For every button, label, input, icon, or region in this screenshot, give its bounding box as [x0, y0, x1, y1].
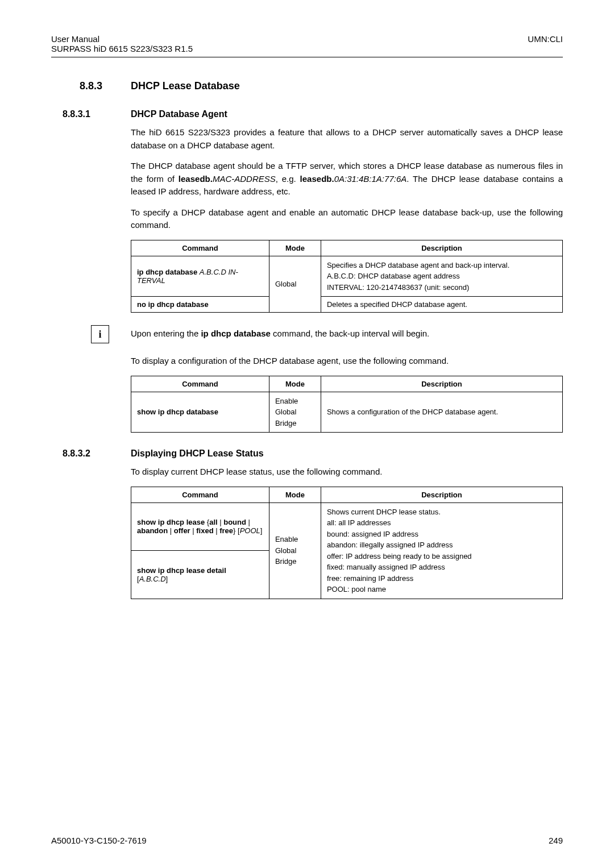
- paragraph: To display a configuration of the DHCP d…: [131, 355, 563, 368]
- text-bold: leasedb.: [300, 174, 334, 184]
- header-right: UMN:CLI: [528, 34, 563, 53]
- paragraph: The hiD 6615 S223/S323 provides a featur…: [131, 126, 563, 152]
- cmd-text: show ip dhcp lease detail: [137, 566, 226, 575]
- desc-line: Shows current DHCP lease status.: [327, 506, 557, 518]
- command-table-3: Command Mode Description show ip dhcp le…: [131, 487, 563, 599]
- desc-line: abandon: illegally assigned IP address: [327, 539, 557, 551]
- cmd-opt: fixed: [196, 526, 213, 535]
- mode-line: Global: [275, 406, 315, 418]
- paragraph: To specify a DHCP database agent and ena…: [131, 206, 563, 232]
- table-row: show ip dhcp lease {all | bound | abando…: [131, 502, 563, 551]
- info-text: Upon entering the ip dhcp database comma…: [131, 325, 429, 340]
- col-description: Description: [321, 487, 562, 502]
- desc-line: bound: assigned IP address: [327, 529, 557, 540]
- cmd-opt: offer: [174, 526, 190, 535]
- cmd-text: ip dhcp database: [137, 268, 200, 276]
- table-row: ip dhcp database A.B.C.D IN-TERVAL Globa…: [131, 256, 563, 297]
- desc-line: fixed: manually assigned IP address: [327, 562, 557, 573]
- section-number: 8.8.3: [51, 80, 131, 92]
- cmd-sep: |: [214, 526, 220, 535]
- cmd-opt: free: [219, 526, 233, 535]
- cmd-opt: all: [209, 518, 217, 526]
- text-italic: MAC-ADDRESS: [213, 174, 276, 184]
- cell-description: Shows a configuration of the DHCP databa…: [321, 392, 562, 433]
- footer-doc-id: A50010-Y3-C150-2-7619: [51, 836, 147, 845]
- col-mode: Mode: [269, 240, 321, 256]
- page-header: User Manual SURPASS hiD 6615 S223/S323 R…: [51, 34, 563, 53]
- cell-command: show ip dhcp lease {all | bound | abando…: [131, 502, 269, 551]
- desc-line: Specifies a DHCP database agent and back…: [327, 260, 557, 271]
- cell-description: Deletes a specified DHCP database agent.: [321, 297, 562, 313]
- text-bold: ip dhcp database: [201, 329, 271, 338]
- subsection-title-1: DHCP Database Agent: [131, 109, 227, 119]
- cmd-text: show ip dhcp lease: [137, 518, 207, 526]
- mode-line: Enable: [275, 396, 315, 407]
- mode-line: Enable: [275, 534, 315, 545]
- subsection-heading-1: 8.8.3.1 DHCP Database Agent: [51, 109, 563, 119]
- mode-line: Bridge: [275, 556, 315, 567]
- desc-line: POOL: pool name: [327, 584, 557, 595]
- text-run: command, the back-up interval will begin…: [271, 329, 429, 338]
- cmd-opt: abandon: [137, 526, 168, 535]
- subsection-number-2: 8.8.3.2: [51, 448, 131, 459]
- cell-mode: Enable Global Bridge: [269, 392, 321, 433]
- cell-command: show ip dhcp database: [131, 392, 269, 433]
- cell-command: no ip dhcp database: [131, 297, 269, 313]
- subsection-title-2: Displaying DHCP Lease Status: [131, 448, 264, 459]
- text-run: , e.g.: [276, 174, 300, 184]
- text-run: Upon entering the: [131, 329, 201, 338]
- table-row: no ip dhcp database Deletes a specified …: [131, 297, 563, 313]
- cmd-bracket: ]: [166, 575, 168, 583]
- table-header-row: Command Mode Description: [131, 487, 563, 502]
- subsection-number-1: 8.8.3.1: [51, 109, 131, 119]
- mode-line: Global: [275, 545, 315, 556]
- col-description: Description: [321, 240, 562, 256]
- desc-line: offer: IP address being ready to be assi…: [327, 551, 557, 562]
- paragraph: The DHCP database agent should be a TFTP…: [131, 160, 563, 198]
- header-left: User Manual SURPASS hiD 6615 S223/S323 R…: [51, 34, 193, 53]
- text-bold: leasedb.: [179, 174, 213, 184]
- cell-mode: Global: [269, 256, 321, 313]
- table-header-row: Command Mode Description: [131, 240, 563, 256]
- col-mode: Mode: [269, 487, 321, 502]
- cmd-sep: |: [246, 518, 250, 526]
- col-description: Description: [321, 376, 562, 392]
- header-divider: [51, 57, 563, 57]
- col-command: Command: [131, 376, 269, 392]
- desc-line: free: remaining IP address: [327, 573, 557, 584]
- cmd-brace: } [: [233, 526, 240, 535]
- section-title-text: DHCP Lease Database: [131, 80, 240, 92]
- header-manual-title: User Manual: [51, 34, 193, 44]
- cmd-brace: ]: [260, 526, 263, 535]
- desc-line: INTERVAL: 120-2147483637 (unit: second): [327, 282, 557, 293]
- command-table-2: Command Mode Description show ip dhcp da…: [131, 376, 563, 433]
- cmd-sep: |: [168, 526, 174, 535]
- col-command: Command: [131, 487, 269, 502]
- mode-line: Bridge: [275, 418, 315, 429]
- cmd-sep: |: [190, 526, 197, 535]
- command-table-1: Command Mode Description ip dhcp databas…: [131, 240, 563, 313]
- table-row: show ip dhcp database Enable Global Brid…: [131, 392, 563, 433]
- subsection-heading-2: 8.8.3.2 Displaying DHCP Lease Status: [51, 448, 563, 459]
- text-italic: 0A:31:4B:1A:77:6A: [334, 174, 407, 184]
- cmd-sep: |: [218, 518, 224, 526]
- header-product: SURPASS hiD 6615 S223/S323 R1.5: [51, 44, 193, 53]
- cmd-param: POOL: [240, 526, 260, 535]
- col-command: Command: [131, 240, 269, 256]
- cell-command: ip dhcp database A.B.C.D IN-TERVAL: [131, 256, 269, 297]
- page-footer: A50010-Y3-C150-2-7619 249: [51, 836, 563, 845]
- section-heading: 8.8.3 DHCP Lease Database: [51, 80, 563, 92]
- cell-command: show ip dhcp lease detail [A.B.C.D]: [131, 551, 269, 599]
- table-header-row: Command Mode Description: [131, 376, 563, 392]
- col-mode: Mode: [269, 376, 321, 392]
- footer-page-number: 249: [549, 836, 563, 845]
- desc-line: A.B.C.D: DHCP database agent address: [327, 271, 557, 282]
- info-icon: i: [91, 325, 109, 343]
- cmd-opt: bound: [223, 518, 246, 526]
- cmd-param: A.B.C.D: [139, 575, 166, 583]
- paragraph: To display current DHCP lease status, us…: [131, 466, 563, 479]
- desc-line: all: all IP addresses: [327, 517, 557, 529]
- cell-description: Specifies a DHCP database agent and back…: [321, 256, 562, 297]
- cell-mode: Enable Global Bridge: [269, 502, 321, 599]
- info-callout: i Upon entering the ip dhcp database com…: [51, 325, 563, 343]
